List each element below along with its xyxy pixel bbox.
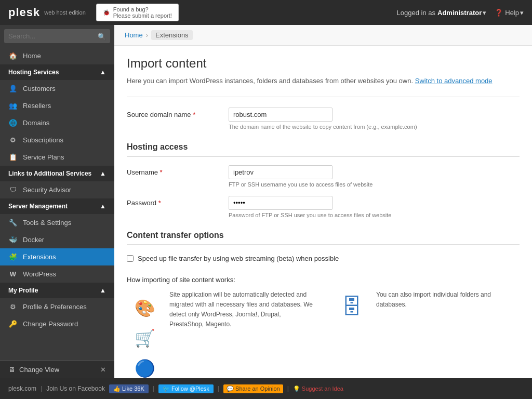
how-works-section: How importing of site content works: 🎨🛒 … bbox=[127, 276, 520, 379]
sidebar-item-profile-prefs[interactable]: ⚙ Profile & Preferences bbox=[0, 298, 114, 315]
sidebar: 🔍 🏠 Home Hosting Services ▲ 👤 Customers … bbox=[0, 25, 114, 378]
info-box-2: 🗄 You can also import individual folders… bbox=[334, 290, 520, 320]
hosting-access-title: Hosting access bbox=[127, 142, 520, 157]
change-view-close-icon[interactable]: ✕ bbox=[100, 366, 106, 374]
password-hint: Password of FTP or SSH user you use to a… bbox=[229, 212, 520, 218]
sidebar-item-home[interactable]: 🏠 Home bbox=[0, 47, 114, 64]
breadcrumb-current: Extensions bbox=[151, 30, 193, 40]
help-button[interactable]: Help bbox=[505, 9, 519, 17]
how-works-title: How importing of site content works: bbox=[127, 276, 520, 284]
footer: plesk.com | Join Us on Facebook 👍 Like 3… bbox=[0, 378, 532, 399]
footer-like-badge[interactable]: 👍 Like 36K bbox=[109, 384, 149, 393]
apps-icon: 🎨🛒 🔵📦 bbox=[127, 290, 163, 379]
content-area: Home › Extensions Import content Here yo… bbox=[114, 25, 532, 378]
source-domain-required-mark: * bbox=[191, 111, 196, 118]
home-icon: 🏠 bbox=[8, 52, 18, 60]
help-icon: ❓ bbox=[495, 9, 503, 17]
sidebar-item-service-plans[interactable]: 📋 Service Plans bbox=[0, 149, 114, 166]
help-dropdown-icon[interactable]: ▾ bbox=[520, 9, 524, 17]
search-input[interactable] bbox=[4, 29, 110, 43]
sidebar-item-subscriptions[interactable]: ⚙ Subscriptions bbox=[0, 131, 114, 149]
change-view-label: Change View bbox=[19, 366, 59, 374]
bug-report-banner[interactable]: 🐞 Found a bug? Please submit a report! bbox=[96, 4, 179, 21]
breadcrumb-home[interactable]: Home bbox=[125, 31, 143, 39]
footer-sep2: | bbox=[153, 385, 154, 392]
speedup-label[interactable]: Speed up file transfer by using web stre… bbox=[138, 255, 339, 262]
sidebar-item-security-advisor[interactable]: 🛡 Security Advisor bbox=[0, 181, 114, 198]
footer-sep4: | bbox=[287, 385, 289, 392]
sidebar-home-label: Home bbox=[23, 52, 41, 60]
sidebar-item-customers[interactable]: 👤 Customers bbox=[0, 80, 114, 97]
username-required-mark: * bbox=[158, 168, 163, 176]
sidebar-item-resellers[interactable]: 👥 Resellers bbox=[0, 97, 114, 114]
info-box-1-text: Site application will be automatically d… bbox=[169, 290, 313, 330]
admin-dropdown-icon[interactable]: ▾ bbox=[483, 9, 486, 17]
logo: plesk bbox=[8, 6, 40, 19]
subscriptions-icon: ⚙ bbox=[8, 136, 18, 144]
password-input[interactable] bbox=[229, 196, 332, 210]
content-body: Import content Here you can import WordP… bbox=[114, 46, 532, 378]
change-view-icon: 🖥 bbox=[8, 366, 15, 374]
sidebar-section-profile[interactable]: My Profile ▲ bbox=[0, 283, 114, 298]
sidebar-item-change-password[interactable]: 🔑 Change Password bbox=[0, 315, 114, 332]
sidebar-item-docker[interactable]: 🐳 Docker bbox=[0, 231, 114, 248]
info-box-2-text: You can also import individual folders a… bbox=[376, 290, 520, 310]
password-required-mark: * bbox=[156, 199, 161, 207]
source-domain-hint: The domain name of the website to copy c… bbox=[229, 124, 520, 130]
footer-join-fb-link[interactable]: Join Us on Facebook bbox=[46, 385, 105, 392]
username-label: Username * bbox=[127, 165, 220, 176]
customers-icon: 👤 bbox=[8, 85, 18, 92]
source-domain-label: Source domain name * bbox=[127, 108, 220, 118]
search-icon: 🔍 bbox=[98, 32, 106, 40]
tools-settings-icon: 🔧 bbox=[8, 219, 18, 227]
hosting-section-label: Hosting Services bbox=[8, 69, 59, 76]
bug-icon: 🐞 bbox=[103, 9, 110, 16]
footer-suggest-link[interactable]: 💡 Suggest an Idea bbox=[293, 385, 343, 392]
db-icon: 🗄 bbox=[334, 290, 370, 320]
info-box-1: 🎨🛒 🔵📦 Site application will be automatic… bbox=[127, 290, 313, 379]
topbar: plesk web host edition 🐞 Found a bug? Pl… bbox=[0, 0, 532, 25]
footer-site-link[interactable]: plesk.com bbox=[8, 385, 36, 392]
content-transfer-title: Content transfer options bbox=[127, 231, 520, 245]
profile-section-label: My Profile bbox=[8, 287, 38, 294]
speedup-checkbox[interactable] bbox=[127, 255, 134, 262]
resellers-icon: 👥 bbox=[8, 102, 18, 110]
server-toggle-icon: ▲ bbox=[100, 203, 106, 210]
source-domain-input[interactable] bbox=[229, 108, 332, 122]
footer-sep1: | bbox=[41, 385, 42, 392]
page-description: Here you can import WordPress instances,… bbox=[127, 76, 520, 86]
profile-toggle-icon: ▲ bbox=[100, 287, 106, 294]
sidebar-search-wrap: 🔍 bbox=[0, 25, 114, 47]
links-section-label: Links to Additional Services bbox=[8, 170, 91, 177]
sidebar-item-wordpress[interactable]: W WordPress bbox=[0, 265, 114, 283]
domains-icon: 🌐 bbox=[8, 119, 18, 127]
sidebar-section-hosting[interactable]: Hosting Services ▲ bbox=[0, 64, 114, 80]
username-input[interactable] bbox=[229, 165, 332, 179]
bug-subtitle: Please submit a report! bbox=[113, 12, 172, 19]
sidebar-section-links[interactable]: Links to Additional Services ▲ bbox=[0, 166, 114, 181]
change-password-icon: 🔑 bbox=[8, 320, 18, 328]
wordpress-icon: W bbox=[8, 270, 18, 278]
links-toggle-icon: ▲ bbox=[100, 170, 106, 177]
advanced-mode-link[interactable]: Switch to advanced mode bbox=[415, 77, 493, 85]
security-advisor-icon: 🛡 bbox=[8, 186, 18, 194]
breadcrumb: Home › Extensions bbox=[114, 25, 532, 46]
sidebar-item-extensions[interactable]: 🧩 Extensions bbox=[0, 248, 114, 265]
breadcrumb-sep1: › bbox=[146, 31, 148, 39]
source-domain-row: Source domain name * The domain name of … bbox=[127, 103, 520, 134]
bug-title: Found a bug? bbox=[113, 6, 172, 12]
footer-follow-badge[interactable]: 🐦 Follow @Plesk bbox=[158, 384, 214, 393]
password-row: Password * Password of FTP or SSH user y… bbox=[127, 192, 520, 222]
footer-opinion-badge[interactable]: 💬 Share an Opinion bbox=[223, 384, 283, 393]
server-section-label: Server Management bbox=[8, 203, 68, 210]
sidebar-item-domains[interactable]: 🌐 Domains bbox=[0, 114, 114, 131]
sidebar-section-server[interactable]: Server Management ▲ bbox=[0, 198, 114, 214]
username-row: Username * FTP or SSH username you use t… bbox=[127, 161, 520, 192]
sidebar-item-tools-settings[interactable]: 🔧 Tools & Settings bbox=[0, 214, 114, 231]
docker-icon: 🐳 bbox=[8, 236, 18, 244]
page-title: Import content bbox=[127, 56, 520, 71]
change-view-bar[interactable]: 🖥 Change View ✕ bbox=[0, 361, 114, 378]
profile-prefs-icon: ⚙ bbox=[8, 303, 18, 311]
admin-name[interactable]: Administrator bbox=[437, 9, 482, 17]
speedup-row: Speed up file transfer by using web stre… bbox=[127, 249, 520, 268]
